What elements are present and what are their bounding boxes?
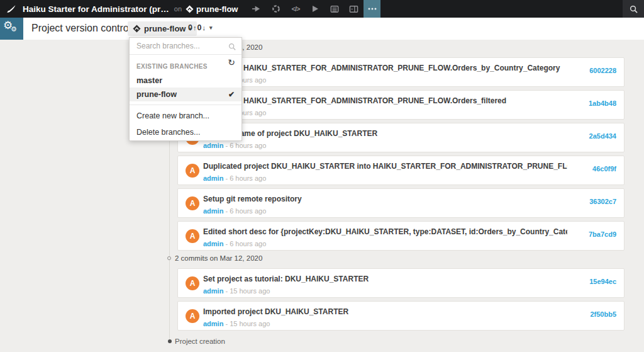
author-avatar: A (186, 276, 199, 290)
navbar-current-branch[interactable]: prune-flow (186, 4, 238, 14)
top-navbar: Haiku Starter for Administrator (pr… on … (0, 0, 644, 18)
git-sync-status[interactable]: 0↑0↓ ▾ (188, 23, 212, 32)
dashboard-icon[interactable] (344, 0, 364, 18)
commit-hash-link[interactable]: 36302c7 (589, 198, 616, 205)
commit-time: - 6 hours ago (223, 142, 266, 149)
commit-card: ASet project as tutorial: DKU_HAIKU_STAR… (177, 268, 625, 298)
branch-actions: Create new branch...Delete branches... (130, 108, 242, 140)
branch-search-row (130, 38, 242, 55)
chevron-down-icon: ▾ (209, 25, 213, 31)
arrow-up-icon: ↑ (193, 24, 197, 31)
project-name[interactable]: Haiku Starter for Administrator (pr… (23, 4, 169, 14)
commit-meta: admin - 6 hours ago (203, 142, 567, 149)
commit-hash-link[interactable]: 7ba7cd9 (589, 230, 616, 238)
commit-meta: admin - 6 hours ago (203, 76, 567, 84)
commit-meta: admin - 15 hours ago (203, 320, 567, 327)
timeline-dot-icon (168, 339, 172, 343)
commit-hash-link[interactable]: 15e94ec (589, 278, 616, 285)
commit-hash-link[interactable]: 6002228 (589, 67, 616, 74)
commit-hash-link[interactable]: 2f50bb5 (590, 310, 616, 318)
project-creation-label: Project creation (175, 338, 225, 345)
flow-icon[interactable] (247, 0, 266, 18)
refresh-icon[interactable]: ↻ (228, 58, 235, 67)
commit-time: - 15 hours ago (223, 320, 270, 327)
gear-small-icon: ⚙ (11, 25, 17, 33)
branch-search-input[interactable] (130, 38, 242, 54)
author-avatar: A (186, 309, 199, 323)
check-icon: ✔ (228, 90, 235, 99)
commit-meta: admin - 6 hours ago (203, 240, 567, 247)
commit-message: HAIKU_STARTER_FOR_ADMINISTRATOR_PRUNE_FL… (243, 96, 567, 105)
commit-time: - 6 hours ago (223, 207, 266, 215)
search-button[interactable] (623, 0, 644, 18)
commit-card: ADuplicated project DKU_HAIKU_STARTER in… (177, 156, 625, 185)
author-avatar: A (186, 196, 199, 210)
commit-message: Imported project DKU_HAIKU_STARTER (203, 307, 567, 316)
commit-time: - 6 hours ago (223, 240, 266, 247)
commit-group-header-label: 2 commits on Mar 12, 2020 (175, 254, 262, 262)
commit-card: AHAIKU_STARTER_FOR_ADMINISTRATOR_PRUNE_F… (177, 90, 625, 120)
jobs-icon[interactable] (325, 0, 344, 18)
commit-author-link[interactable]: admin (203, 240, 223, 247)
ahead-count: 0 (188, 23, 192, 32)
commit-hash-link[interactable]: 1ab4b48 (589, 99, 616, 107)
author-avatar: A (186, 229, 199, 243)
commit-meta: admin - 15 hours ago (203, 287, 567, 295)
commit-group-header: 2 commits on Mar 12, 2020 (166, 254, 625, 263)
branch-list: masterprune-flow✔ (130, 74, 242, 101)
branch-option-label: master (136, 76, 162, 85)
commit-message: Duplicated project DKU_HAIKU_STARTER int… (203, 162, 567, 171)
commit-meta: admin - 6 hours ago (203, 109, 567, 116)
behind-count: 0 (197, 23, 201, 32)
commit-author-link[interactable]: admin (203, 174, 223, 182)
commit-author-link[interactable]: admin (203, 320, 223, 327)
commit-author-link[interactable]: admin (203, 207, 223, 215)
commit-message: Set project as tutorial: DKU_HAIKU_START… (203, 275, 567, 283)
branch-icon (186, 5, 194, 13)
author-avatar: A (186, 164, 199, 178)
commit-author-link[interactable]: admin (203, 142, 223, 149)
commit-author-link[interactable]: admin (203, 287, 223, 295)
bird-icon (6, 4, 16, 13)
arrow-down-icon: ↓ (202, 24, 206, 31)
commit-card: AImported project DKU_HAIKU_STARTERadmin… (177, 301, 625, 331)
commit-card: ASetup git remote repositoryadmin - 6 ho… (177, 188, 625, 218)
commit-hash-link[interactable]: 46c0f9f (592, 165, 616, 173)
branch-selector-button[interactable]: prune-flow ▾ (128, 21, 197, 36)
existing-branches-row: EXISTING BRANCHES ↻ (130, 55, 242, 74)
search-icon (228, 42, 236, 53)
code-icon[interactable]: </> (286, 0, 305, 18)
commit-card: AUpdated name of project DKU_HAIKU_START… (177, 123, 625, 152)
commit-meta: admin - 6 hours ago (203, 207, 567, 215)
commit-hash-link[interactable]: 2a5d434 (589, 132, 616, 140)
commit-message: Updated name of project DKU_HAIKU_STARTE… (203, 129, 567, 138)
version-control-tile: ⚙ ⚙ (0, 18, 23, 40)
dataiku-logo[interactable] (0, 0, 23, 18)
branch-selector-label: prune-flow (144, 24, 186, 33)
more-icon[interactable] (364, 0, 380, 18)
navbar-branch-label: prune-flow (196, 4, 238, 14)
page-header: ⚙ ⚙ Project version control prune-flow ▾… (0, 18, 644, 40)
commit-time: - 15 hours ago (223, 287, 270, 295)
branch-dropdown: EXISTING BRANCHES ↻ masterprune-flow✔ Cr… (129, 37, 242, 141)
commit-message: Setup git remote repository (203, 195, 567, 203)
timeline-marker-icon (167, 256, 171, 260)
navbar-icons: </> (247, 0, 380, 18)
commit-message: Edited short desc for {projectKey:DKU_HA… (203, 227, 567, 236)
commit-time: - 6 hours ago (223, 174, 266, 182)
page-title: Project version control (31, 23, 131, 34)
commit-card: AEdited short desc for {projectKey:DKU_H… (177, 221, 625, 251)
dropdown-divider (130, 105, 242, 105)
branch-option-label: prune-flow (136, 90, 177, 99)
delete-branches-item[interactable]: Delete branches... (130, 124, 242, 140)
search-icon (630, 5, 638, 13)
commit-meta: admin - 6 hours ago (203, 174, 567, 182)
commit-card: AHAIKU_STARTER_FOR_ADMINISTRATOR_PRUNE_F… (177, 57, 625, 87)
existing-branches-label: EXISTING BRANCHES (136, 63, 208, 70)
on-label: on (174, 5, 182, 13)
run-icon[interactable] (305, 0, 325, 18)
create-branch-item[interactable]: Create new branch... (130, 108, 242, 124)
branch-option-prune-flow[interactable]: prune-flow✔ (130, 88, 242, 101)
branch-option-master[interactable]: master (130, 74, 242, 88)
lab-icon[interactable] (266, 0, 286, 18)
